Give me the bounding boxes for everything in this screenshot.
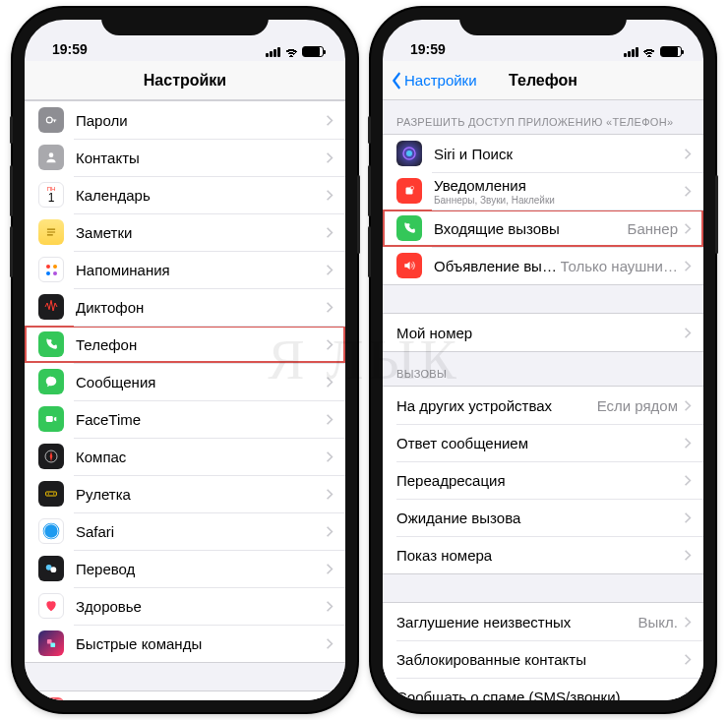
passwords-icon	[38, 107, 64, 133]
settings-row[interactable]: Перевод	[25, 550, 345, 587]
settings-row[interactable]: Siri и Поиск	[383, 135, 703, 172]
chevron-right-icon	[326, 114, 334, 127]
settings-row[interactable]: Рулетка	[25, 475, 345, 512]
nav-bar: Настройки	[25, 61, 345, 100]
chevron-right-icon	[684, 474, 692, 487]
row-label: Диктофон	[76, 299, 326, 316]
row-label: На других устройствах	[396, 397, 597, 414]
settings-row[interactable]: Ожидание вызова	[383, 499, 703, 536]
chevron-right-icon	[684, 511, 692, 524]
health-icon	[38, 593, 64, 619]
notifications-icon	[396, 178, 422, 204]
settings-row[interactable]: Входящие вызовыБаннер	[383, 210, 703, 247]
phone-right: 19:59 Настройки Телефон РАЗРЕШИТЬ ДОСТУП…	[371, 8, 715, 712]
settings-row[interactable]: Сообщения	[25, 363, 345, 400]
row-subtitle: Баннеры, Звуки, Наклейки	[434, 195, 684, 206]
row-label: Сообщения	[76, 374, 326, 390]
settings-row[interactable]: Объявление вызововТолько наушни…	[383, 247, 703, 284]
settings-row[interactable]: Музыка	[25, 691, 345, 700]
chevron-right-icon	[684, 222, 692, 235]
settings-row[interactable]: Диктофон	[25, 288, 345, 326]
settings-row[interactable]: Пароли	[25, 101, 345, 139]
row-label: Рулетка	[76, 486, 326, 503]
row-label: Здоровье	[76, 598, 326, 615]
row-value: Если рядом	[597, 397, 678, 414]
row-label: Входящие вызовы	[434, 220, 628, 237]
svg-point-6	[53, 493, 54, 494]
section-header: ВЫЗОВЫ	[383, 352, 703, 386]
compass-icon	[38, 444, 64, 469]
chevron-right-icon	[684, 437, 692, 450]
svg-point-5	[48, 493, 49, 494]
row-label: Заглушение неизвестных	[396, 614, 638, 630]
chevron-right-icon	[684, 399, 692, 412]
chevron-right-icon	[684, 549, 692, 562]
settings-row[interactable]: Здоровье	[25, 587, 345, 625]
siri-icon	[396, 141, 422, 166]
settings-row[interactable]: FaceTime	[25, 400, 345, 438]
row-label: Перевод	[76, 561, 326, 577]
svg-point-17	[406, 150, 412, 156]
settings-row[interactable]: Быстрые команды	[25, 625, 345, 662]
settings-row[interactable]: Сообщать о спаме (SMS/звонки)	[383, 678, 703, 700]
chevron-right-icon	[326, 637, 334, 650]
svg-point-11	[50, 567, 56, 572]
settings-row[interactable]: Компас	[25, 438, 345, 475]
settings-row[interactable]: Ответ сообщением	[383, 424, 703, 461]
contacts-icon	[38, 145, 64, 170]
safari-icon	[38, 518, 64, 544]
nav-bar: Настройки Телефон	[383, 61, 703, 100]
row-value: Выкл.	[638, 614, 678, 630]
row-label: Заблокированные контакты	[396, 651, 684, 668]
settings-row[interactable]: На других устройствахЕсли рядом	[383, 387, 703, 424]
status-time: 19:59	[410, 41, 446, 57]
settings-row[interactable]: Мой номер	[383, 314, 703, 351]
battery-icon	[302, 46, 324, 57]
settings-row[interactable]: ПН1Календарь	[25, 176, 345, 213]
row-label: Объявление вызовов	[434, 258, 561, 274]
row-label: Уведомления	[434, 177, 684, 194]
settings-row[interactable]: Напоминания	[25, 251, 345, 288]
reminders-icon	[38, 257, 64, 282]
settings-row[interactable]: УведомленияБаннеры, Звуки, Наклейки	[383, 172, 703, 210]
chevron-right-icon	[684, 690, 692, 701]
chevron-right-icon	[326, 376, 334, 389]
row-label: Ответ сообщением	[396, 435, 684, 451]
settings-row[interactable]: Заметки	[25, 213, 345, 251]
row-value: Только наушни…	[561, 258, 678, 274]
settings-row[interactable]: Телефон	[25, 326, 345, 363]
settings-row[interactable]: Заблокированные контакты	[383, 640, 703, 678]
chevron-right-icon	[684, 653, 692, 666]
chevron-right-icon	[684, 616, 692, 629]
cellular-signal-icon	[266, 47, 280, 57]
row-label: FaceTime	[76, 411, 326, 428]
settings-row[interactable]: Safari	[25, 512, 345, 550]
settings-row[interactable]: Показ номера	[383, 536, 703, 573]
phone-icon	[38, 331, 64, 357]
svg-point-19	[410, 186, 414, 190]
status-bar: 19:59	[25, 20, 345, 61]
settings-row[interactable]: Переадресация	[383, 461, 703, 499]
row-label: Компас	[76, 449, 326, 465]
chevron-right-icon	[326, 338, 334, 351]
chevron-right-icon	[326, 301, 334, 314]
music-icon	[38, 697, 64, 700]
incoming-icon	[396, 215, 422, 241]
facetime-icon	[38, 406, 64, 432]
battery-icon	[660, 46, 682, 57]
chevron-right-icon	[326, 488, 334, 501]
back-label: Настройки	[404, 72, 477, 89]
settings-row[interactable]: Контакты	[25, 139, 345, 176]
row-label: Мой номер	[396, 325, 684, 341]
back-button[interactable]: Настройки	[391, 72, 477, 90]
svg-rect-2	[46, 416, 53, 422]
chevron-right-icon	[326, 264, 334, 276]
svg-point-0	[46, 117, 52, 123]
voice-icon	[38, 294, 64, 320]
section-header: РАЗРЕШИТЬ ДОСТУП ПРИЛОЖЕНИЮ «ТЕЛЕФОН»	[383, 100, 703, 134]
svg-rect-4	[46, 492, 57, 496]
chevron-right-icon	[326, 413, 334, 426]
chevron-right-icon	[326, 226, 334, 239]
settings-row[interactable]: Заглушение неизвестныхВыкл.	[383, 603, 703, 640]
row-label: Напоминания	[76, 262, 326, 278]
